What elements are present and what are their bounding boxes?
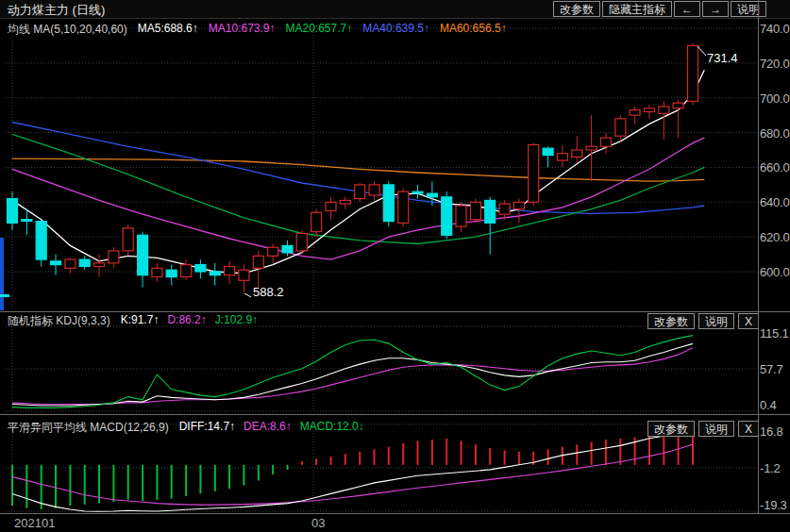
macd-histogram-bar [518,452,520,465]
high-price-annotation: 731.4 [707,51,738,65]
change-params-button[interactable]: 改参数 [647,421,695,437]
candle-body [79,259,90,266]
macd-histogram-bar [431,440,433,465]
candle-body [138,235,148,274]
macd-header: 平滑异同平均线 MACD(12,26,9) DIFF:14.7↑DEA:8.6↑… [8,420,364,436]
candle-body [282,245,293,252]
candle-body [659,107,669,113]
macd-histogram-bar [591,442,593,465]
kdj-value: D:86.2↑ [167,313,206,329]
macd-histogram-bar [461,441,462,465]
macd-histogram-bar [112,465,114,503]
candle-body [181,265,192,277]
macd-histogram-bar [402,443,404,465]
partial-candle-tick-artifact [0,294,9,297]
macd-histogram-bar [359,452,361,465]
candle-body [586,146,597,150]
macd-histogram-bar [475,444,477,465]
macd-histogram-bar [25,465,27,508]
macd-histogram-bar [171,465,173,499]
candle-body [51,261,61,265]
candle-body [615,119,626,136]
title-bar: 动力煤主力 (日线) 改参数隐藏主指标←→说明 [0,0,790,18]
candle-body [239,270,249,280]
candle-body [253,256,263,268]
kdj-value-tick: 0.4 [760,398,776,412]
main-price-tick: 660.0 [760,160,790,175]
candle-body [123,228,133,251]
xaxis-label-march: 03 [311,516,325,530]
macd-indicator-label: 平滑异同平均线 MACD(12,26,9) [8,420,169,436]
candle-body [195,265,206,272]
main-price-tick: 740.0 [760,22,790,36]
candle-body [470,202,480,219]
candle-body [355,185,365,199]
macd-value: DIFF:14.7↑ [179,420,235,436]
ma-header: 均线 MA(5,10,20,40,60) MA5:688.6↑MA10:673.… [8,22,507,38]
ma-value: MA20:657.7↑ [286,22,353,38]
close-button[interactable]: X [738,313,759,329]
kdj-values: K:91.7↑D:86.2↑J:102.9↑ [121,313,258,329]
candle-body [398,191,409,223]
macd-histogram-bar [69,465,71,506]
candle-body [513,202,524,208]
kdj-line-J [12,336,693,408]
main-gridlines [6,24,757,309]
candle-body [529,145,539,203]
macd-histogram-bar [11,465,13,506]
hide-main-indicator-button[interactable]: 隐藏主指标 [602,1,672,17]
ma-indicator-label: 均线 MA(5,10,20,40,60) [8,22,127,38]
macd-histogram-bar [84,465,86,505]
macd-histogram-bar [156,465,158,500]
candle-body [499,204,510,214]
kdj-panel [6,326,757,411]
candle-body [456,206,466,226]
candle-body [557,154,567,160]
candle-body [166,270,176,276]
macd-histogram-bar [199,465,201,494]
macd-histogram-bar [648,436,650,465]
candle-body [210,272,220,275]
macd-histogram-bar [605,440,607,465]
change-params-button[interactable]: 改参数 [647,313,695,329]
candle-body [688,45,698,101]
help-button[interactable]: 说明 [731,1,766,17]
macd-value: DEA:8.6↑ [244,420,292,436]
main-price-tick: 620.0 [760,230,790,244]
macd-histogram-bar [663,435,664,465]
candle-body [268,247,278,256]
macd-histogram-bar [619,439,621,465]
candle-body [485,200,496,223]
candle-body [36,222,46,260]
next-arrow-button[interactable]: → [702,1,729,17]
close-button[interactable]: X [738,421,759,437]
help-button[interactable]: 说明 [698,313,734,329]
macd-histogram-bar [272,465,274,474]
candle-body [65,259,76,268]
macd-values: DIFF:14.7↑DEA:8.6↑MACD:12.0↓ [179,420,364,436]
ma-lines [12,70,704,274]
change-params-button[interactable]: 改参数 [553,1,600,17]
macd-histogram-bar [315,458,317,464]
macd-histogram-bar [489,448,491,465]
macd-value-tick: -1.2 [760,461,781,475]
candle-body [630,110,640,116]
kdj-value: J:102.9↑ [215,313,258,329]
candle-body [340,200,350,204]
candle-body [673,103,683,108]
macd-histogram-bar [185,465,187,496]
xaxis-divider [0,513,790,514]
macd-value: MACD:12.0↓ [300,420,364,436]
macd-histogram-bar [214,465,216,491]
main-price-tick: 640.0 [760,195,790,209]
candle-body [600,138,611,146]
kdj-value: K:91.7↑ [121,313,160,329]
prev-arrow-button[interactable]: ← [674,1,700,17]
macd-histogram-bar [445,439,447,465]
candle-body [645,108,655,112]
help-button[interactable]: 说明 [698,421,734,437]
candle-body [427,193,437,197]
macd-histogram-bar [678,435,680,465]
candle-body [311,212,322,231]
kdj-line-D [12,348,693,405]
